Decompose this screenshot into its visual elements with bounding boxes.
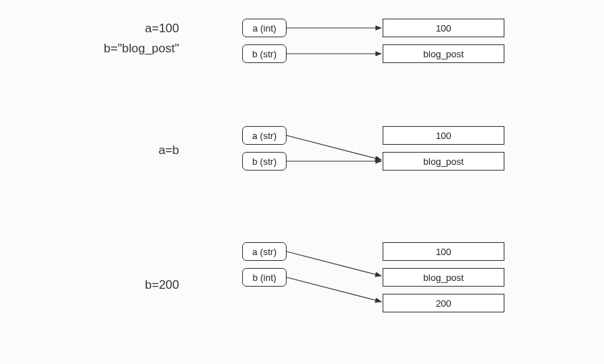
var-b-label-2: b (str) xyxy=(252,156,277,167)
var-b-box-1: b (str) xyxy=(242,44,287,63)
val-blog-box-3: blog_post xyxy=(383,268,504,287)
val-100-label-1: 100 xyxy=(436,23,451,34)
code-line-b200: b=200 xyxy=(72,278,179,292)
var-a-box-2: a (str) xyxy=(242,126,287,145)
arrow-a-to-blog-s2 xyxy=(287,135,381,160)
arrow-a-to-blog-s3 xyxy=(287,252,381,276)
var-a-box-1: a (int) xyxy=(242,19,287,37)
var-b-box-3: b (int) xyxy=(242,268,287,287)
val-200-box-3: 200 xyxy=(383,294,504,312)
val-100-label-2: 100 xyxy=(436,130,451,141)
code-line-bstr: b="blog_post" xyxy=(72,42,179,56)
var-b-label-1: b (str) xyxy=(252,49,277,59)
var-a-box-3: a (str) xyxy=(242,242,287,261)
val-100-box-1: 100 xyxy=(383,19,504,37)
val-blog-label-2: blog_post xyxy=(423,156,464,167)
val-100-box-2: 100 xyxy=(383,126,504,145)
var-a-label-2: a (str) xyxy=(252,130,277,141)
var-b-label-3: b (int) xyxy=(252,272,276,283)
var-b-box-2: b (str) xyxy=(242,152,287,171)
val-blog-label-1: blog_post xyxy=(423,49,464,59)
code-line-ab: a=b xyxy=(72,143,179,158)
val-blog-box-1: blog_post xyxy=(383,44,504,63)
var-a-label-3: a (str) xyxy=(252,246,277,257)
val-200-label-3: 200 xyxy=(436,298,451,309)
val-blog-label-3: blog_post xyxy=(423,272,464,283)
arrow-b-to-200-s3 xyxy=(287,277,381,302)
val-100-box-3: 100 xyxy=(383,242,504,261)
var-a-label-1: a (int) xyxy=(252,23,276,34)
val-100-label-3: 100 xyxy=(436,246,451,257)
code-line-a100: a=100 xyxy=(72,21,179,36)
val-blog-box-2: blog_post xyxy=(383,152,504,171)
